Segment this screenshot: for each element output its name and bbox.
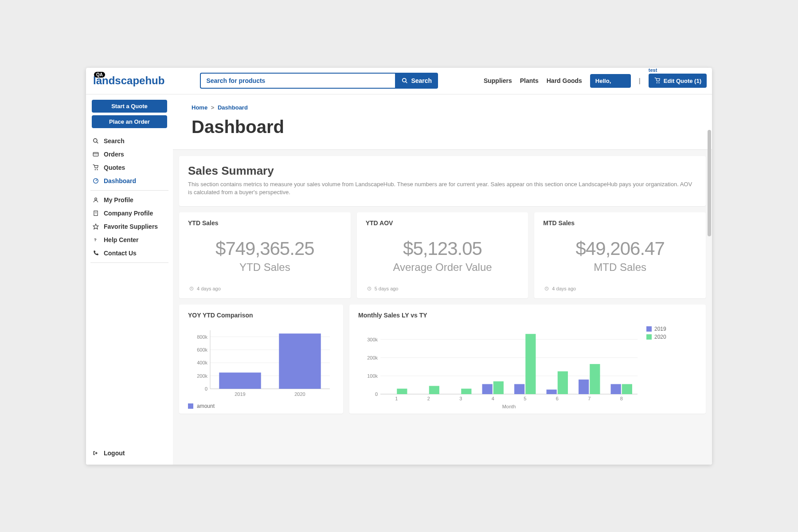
svg-text:?: ? <box>94 237 97 242</box>
svg-text:5: 5 <box>524 396 526 401</box>
sidebar-item-orders[interactable]: Orders <box>90 148 168 161</box>
gauge-icon <box>92 177 99 184</box>
sidebar-item-search[interactable]: Search <box>90 134 168 148</box>
metric-sub: MTD Sales <box>543 261 697 274</box>
metric-mtd-sales: MTD Sales $49,206.47 MTD Sales 4 days ag… <box>534 212 706 298</box>
svg-text:100k: 100k <box>367 373 378 379</box>
svg-text:6: 6 <box>556 396 559 401</box>
topbar: QA landscapehub Search Suppliers Plants … <box>86 68 712 94</box>
svg-text:2: 2 <box>427 396 430 401</box>
svg-rect-12 <box>94 211 98 215</box>
svg-point-11 <box>95 198 97 200</box>
chart-title: YOY YTD Comparison <box>188 312 334 319</box>
svg-text:200k: 200k <box>197 373 207 379</box>
breadcrumb-current[interactable]: Dashboard <box>218 104 248 111</box>
svg-rect-55 <box>493 381 504 394</box>
scrollbar[interactable] <box>708 130 711 236</box>
svg-text:4: 4 <box>492 396 494 401</box>
sidebar-item-label: Company Profile <box>104 210 153 217</box>
sidebar-item-dashboard[interactable]: Dashboard <box>90 174 168 188</box>
main-header: Home > Dashboard Dashboard <box>173 94 712 150</box>
search-input[interactable] <box>200 73 395 89</box>
cart-icon <box>654 77 661 84</box>
svg-point-4 <box>94 138 97 142</box>
qa-badge: QA <box>94 72 105 78</box>
breadcrumb: Home > Dashboard <box>192 104 693 111</box>
search-bar: Search <box>200 73 438 89</box>
svg-point-9 <box>97 169 98 170</box>
legend-swatch <box>188 403 193 409</box>
search-button[interactable]: Search <box>395 73 438 89</box>
svg-point-2 <box>656 82 657 83</box>
card-icon <box>92 151 99 158</box>
svg-text:7: 7 <box>588 396 591 401</box>
svg-text:2020: 2020 <box>294 391 305 397</box>
sidebar-item-quotes[interactable]: Quotes <box>90 161 168 174</box>
svg-text:8: 8 <box>620 396 623 401</box>
cart-icon <box>92 164 99 171</box>
sales-summary-desc: This section contains metrics to measure… <box>188 180 697 196</box>
hello-button[interactable]: Hello, <box>590 74 631 88</box>
svg-rect-48 <box>397 389 407 394</box>
chart-yoy-svg: 0200k400k600k800k20192020 <box>188 326 334 401</box>
metric-sub: Average Order Value <box>366 261 520 274</box>
metric-label: YTD Sales <box>188 219 342 227</box>
separator: | <box>639 77 641 84</box>
svg-rect-52 <box>461 389 471 394</box>
search-icon <box>401 77 408 84</box>
legend-swatch <box>646 326 652 332</box>
search-icon <box>92 137 99 145</box>
nav-hardgoods[interactable]: Hard Goods <box>547 77 582 84</box>
phone-icon <box>92 250 99 257</box>
svg-rect-61 <box>558 371 568 394</box>
nav-plants[interactable]: Plants <box>520 77 539 84</box>
brand-logo[interactable]: QA landscapehub <box>93 74 164 87</box>
svg-rect-57 <box>514 384 524 394</box>
sidebar-item-myprofile[interactable]: My Profile <box>90 193 168 207</box>
clock-icon <box>543 285 550 292</box>
star-icon <box>92 223 99 230</box>
chart-yoy: YOY YTD Comparison 0200k400k600k800k2019… <box>179 305 343 414</box>
sidebar-item-label: Quotes <box>104 164 125 171</box>
sidebar-item-companyprofile[interactable]: Company Profile <box>90 207 168 220</box>
breadcrumb-home[interactable]: Home <box>192 104 207 111</box>
sidebar-item-contactus[interactable]: Contact Us <box>90 246 168 260</box>
sidebar-item-label: Logout <box>104 450 125 457</box>
svg-text:600k: 600k <box>197 347 207 352</box>
legend-swatch <box>646 334 652 340</box>
svg-text:1: 1 <box>395 396 398 401</box>
svg-line-5 <box>97 141 98 143</box>
edit-quote-button[interactable]: Edit Quote (1) <box>649 74 707 88</box>
svg-text:0: 0 <box>205 386 207 391</box>
sidebar-item-logout[interactable]: Logout <box>90 442 168 465</box>
svg-point-8 <box>95 169 96 170</box>
sidebar-item-helpcenter[interactable]: ? Help Center <box>90 233 168 246</box>
sidebar-item-favsuppliers[interactable]: Favorite Suppliers <box>90 220 168 233</box>
svg-line-1 <box>406 82 407 83</box>
sidebar-item-label: Dashboard <box>104 177 136 184</box>
chart-monthly-svg: 0100k200k300k12345678Month <box>358 326 642 410</box>
sidebar-item-label: Contact Us <box>104 250 137 257</box>
place-order-button[interactable]: Place an Order <box>92 115 167 128</box>
nav-suppliers[interactable]: Suppliers <box>484 77 512 84</box>
svg-text:3: 3 <box>459 396 462 401</box>
svg-rect-60 <box>547 390 557 394</box>
svg-rect-66 <box>611 384 621 394</box>
chart-monthly: Monthly Sales LY vs TY 0100k200k300k1234… <box>349 305 706 414</box>
metric-time: 5 days ago <box>366 285 520 292</box>
metric-value: $749,365.25 <box>188 238 342 259</box>
logout-icon <box>92 450 99 457</box>
start-quote-button[interactable]: Start a Quote <box>92 100 167 113</box>
metric-time: 4 days ago <box>543 285 697 292</box>
sidebar-item-label: Help Center <box>104 236 139 243</box>
sidebar-item-label: Favorite Suppliers <box>104 223 158 230</box>
metric-label: MTD Sales <box>543 219 697 227</box>
svg-point-0 <box>403 78 406 82</box>
metric-ytd-aov: YTD AOV $5,123.05 Average Order Value 5 … <box>357 212 528 298</box>
svg-rect-58 <box>525 334 536 394</box>
svg-text:300k: 300k <box>367 336 378 342</box>
svg-marker-17 <box>93 224 98 229</box>
svg-rect-67 <box>622 384 632 394</box>
chart-legend: amount <box>188 403 334 409</box>
question-icon: ? <box>92 236 99 243</box>
